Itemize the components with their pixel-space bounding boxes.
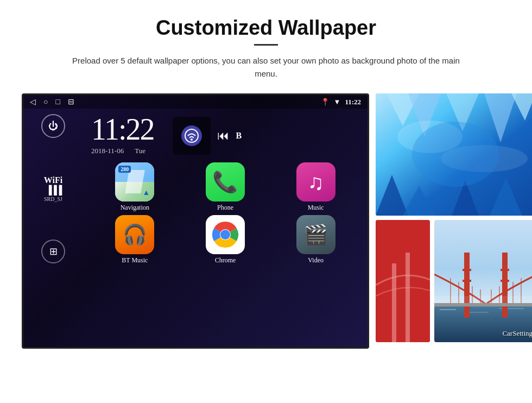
location-icon: 📍 [321, 98, 330, 106]
video-label: Video [308, 256, 324, 265]
map-badge: 280 [118, 166, 131, 173]
status-bar-left: ◁ ○ □ ⊟ [30, 97, 74, 106]
title-divider [254, 44, 278, 46]
wallpaper-previews: CarSetting [376, 93, 532, 342]
svg-rect-28 [502, 253, 508, 318]
home-icon[interactable]: ○ [43, 98, 48, 106]
wifi-ssid: SRD_SJ [44, 196, 62, 202]
clock-date-row: 2018-11-06 Tue [91, 147, 154, 155]
chrome-svg [211, 220, 240, 249]
red-partial-preview [376, 220, 430, 342]
music-icon: ♫ [296, 162, 335, 202]
svg-rect-20 [392, 263, 396, 342]
phone-label: Phone [217, 204, 233, 212]
wifi-tile-icon [181, 125, 202, 146]
widget-tiles: ⏮ B [164, 117, 252, 155]
video-icon: 🎬 [296, 215, 335, 254]
phone-icon: 📞 [206, 162, 245, 202]
wifi-tile[interactable] [173, 117, 211, 155]
svg-rect-21 [406, 253, 410, 342]
content-area: ◁ ○ □ ⊟ 📍 ▼ 11:22 ⏻ WiFi ▐ [22, 93, 510, 349]
music-note-icon: ♫ [308, 169, 324, 195]
signal-icon: ▼ [334, 98, 341, 106]
screenshot-icon[interactable]: ⊟ [68, 97, 74, 106]
prev-button[interactable]: ⏮ [217, 129, 229, 143]
phone-handset-icon: 📞 [212, 170, 238, 194]
media-controls: ⏮ B [215, 117, 244, 155]
clock-day: Tue [135, 147, 145, 155]
svg-rect-31 [501, 269, 509, 271]
red-partial-svg [376, 220, 430, 342]
media-title: B [236, 131, 242, 141]
clock-block: 11:22 2018-11-06 Tue [91, 114, 154, 155]
svg-rect-32 [501, 280, 509, 282]
svg-rect-27 [464, 253, 470, 318]
clock-time: 11:22 [91, 114, 154, 144]
page-subtitle: Preload over 5 default wallpaper options… [71, 54, 461, 80]
android-center: 11:22 2018-11-06 Tue [83, 109, 368, 269]
navigation-icon: 280 ▲ [115, 162, 154, 202]
app-item-video[interactable]: 🎬 Video [272, 215, 359, 265]
bottom-previews: CarSetting [376, 220, 532, 342]
golden-gate-preview: CarSetting [434, 220, 532, 342]
headphone-icon: 🎧 [123, 223, 147, 246]
bt-music-label: BT Music [122, 256, 148, 265]
chrome-label: Chrome [215, 256, 236, 265]
wifi-signal: ▐▐▐ [44, 185, 62, 195]
clock-date: 2018-11-06 [91, 147, 124, 155]
status-bar-right: 📍 ▼ 11:22 [321, 98, 362, 106]
app-item-chrome[interactable]: Chrome [182, 215, 269, 265]
app-grid: 280 ▲ Navigation 📞 Phone [83, 158, 368, 269]
apps-button[interactable]: ⊞ [41, 240, 65, 263]
map-background: 280 ▲ [115, 162, 154, 202]
svg-rect-29 [463, 269, 471, 271]
ice-cave-preview [376, 93, 532, 216]
wifi-label: WiFi [44, 175, 62, 185]
android-screen: ◁ ○ □ ⊟ 📍 ▼ 11:22 ⏻ WiFi ▐ [22, 93, 369, 349]
status-time: 11:22 [345, 98, 361, 106]
wifi-widget: WiFi ▐▐▐ SRD_SJ [44, 175, 62, 202]
navigation-label: Navigation [121, 204, 149, 212]
svg-point-1 [191, 138, 193, 141]
svg-point-18 [412, 122, 499, 187]
recents-icon[interactable]: □ [55, 98, 60, 106]
wifi-svg [183, 128, 200, 144]
power-button[interactable]: ⏻ [41, 114, 65, 138]
map-compass: ▲ [142, 188, 150, 197]
app-item-music[interactable]: ♫ Music [272, 162, 359, 212]
music-label: Music [308, 204, 324, 212]
page-title: Customized Wallpaper [22, 16, 510, 40]
status-bar: ◁ ○ □ ⊟ 📍 ▼ 11:22 [23, 95, 368, 109]
app-item-navigation[interactable]: 280 ▲ Navigation [91, 162, 179, 212]
clock-area: 11:22 2018-11-06 Tue [83, 109, 368, 158]
app-item-phone[interactable]: 📞 Phone [182, 162, 269, 212]
back-icon[interactable]: ◁ [30, 97, 36, 106]
chrome-icon [206, 215, 245, 254]
android-main: ⏻ WiFi ▐▐▐ SRD_SJ ⊞ 11:22 [23, 109, 368, 269]
svg-point-5 [220, 230, 230, 240]
clapper-icon: 🎬 [303, 223, 328, 246]
bt-music-icon: 🎧 [115, 215, 154, 254]
golden-gate-svg [434, 220, 532, 342]
svg-rect-30 [463, 280, 471, 282]
ice-cave-background [376, 93, 532, 216]
app-item-bt-music[interactable]: 🎧 BT Music [91, 215, 179, 265]
page-wrapper: Customized Wallpaper Preload over 5 defa… [0, 0, 532, 360]
svg-rect-42 [434, 296, 532, 307]
android-sidebar: ⏻ WiFi ▐▐▐ SRD_SJ ⊞ [23, 109, 83, 269]
ice-cave-svg [376, 93, 532, 216]
carsetting-label: CarSetting [502, 329, 532, 338]
